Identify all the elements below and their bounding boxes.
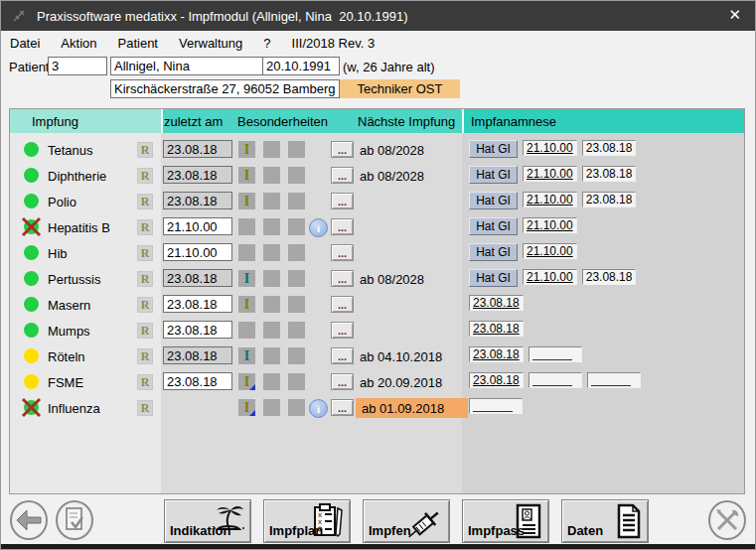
- besonderheit-square-1[interactable]: I: [238, 167, 255, 184]
- besonderheit-square-1[interactable]: [238, 218, 255, 235]
- anamnese-date-field[interactable]: 23.08.18: [582, 140, 637, 156]
- last-date-field[interactable]: [163, 192, 232, 209]
- besonderheit-square-3[interactable]: [288, 244, 305, 261]
- menu-patient[interactable]: Patient: [118, 36, 158, 51]
- impfpass-button[interactable]: Impfpass: [462, 499, 549, 543]
- recommendation-button[interactable]: R: [137, 168, 153, 184]
- menu-help[interactable]: ?: [263, 36, 270, 51]
- info-icon[interactable]: i: [309, 399, 328, 418]
- besonderheit-square-3[interactable]: [288, 218, 305, 235]
- besonderheit-square-1[interactable]: [238, 322, 255, 339]
- hat-gi-button[interactable]: Hat GI: [469, 269, 518, 287]
- besonderheit-square-3[interactable]: [288, 193, 305, 209]
- patient-name-field[interactable]: [110, 57, 263, 75]
- anamnese-date-field[interactable]: 23.08.18: [582, 269, 637, 285]
- besonderheit-square-1[interactable]: I: [238, 373, 255, 390]
- menu-datei[interactable]: Datei: [10, 36, 40, 51]
- besonderheit-square-1[interactable]: I: [238, 141, 255, 158]
- recommendation-button[interactable]: R: [137, 323, 153, 339]
- recommendation-button[interactable]: R: [137, 400, 153, 416]
- besonderheit-square-1[interactable]: [238, 244, 255, 261]
- anamnese-date-field[interactable]: 21.10.00: [523, 140, 577, 156]
- hat-gi-button[interactable]: Hat GI: [469, 243, 518, 261]
- besonderheit-square-1[interactable]: I: [238, 296, 255, 313]
- recommendation-button[interactable]: R: [137, 348, 153, 364]
- patient-birthdate-field[interactable]: [262, 57, 340, 75]
- more-button[interactable]: ...: [331, 218, 354, 235]
- recommendation-button[interactable]: R: [137, 245, 153, 261]
- anamnese-date-field[interactable]: [469, 398, 523, 414]
- daten-button[interactable]: Daten: [561, 499, 649, 543]
- anamnese-date-field[interactable]: [529, 346, 582, 362]
- more-button[interactable]: ...: [331, 270, 354, 287]
- document-check-button[interactable]: [56, 500, 93, 540]
- anamnese-date-field[interactable]: [587, 372, 641, 388]
- last-date-field[interactable]: [163, 166, 232, 184]
- hat-gi-button[interactable]: Hat GI: [469, 217, 518, 235]
- besonderheit-square-3[interactable]: [288, 373, 305, 390]
- besonderheit-square-1[interactable]: I: [238, 347, 255, 364]
- last-date-field[interactable]: [163, 217, 232, 235]
- anamnese-date-field[interactable]: 21.10.00: [523, 192, 577, 207]
- besonderheit-square-1[interactable]: I: [238, 193, 255, 209]
- besonderheit-square-2[interactable]: [263, 218, 280, 235]
- besonderheit-square-1[interactable]: I: [238, 399, 255, 416]
- more-button[interactable]: ...: [331, 193, 354, 209]
- last-date-field[interactable]: [163, 346, 232, 364]
- recommendation-button[interactable]: R: [137, 219, 153, 235]
- more-button[interactable]: ...: [331, 399, 354, 416]
- patient-id-field[interactable]: [48, 57, 107, 75]
- besonderheit-square-3[interactable]: [288, 399, 305, 416]
- recommendation-button[interactable]: R: [137, 374, 153, 390]
- besonderheit-square-2[interactable]: [263, 141, 280, 158]
- hat-gi-button[interactable]: Hat GI: [469, 192, 518, 209]
- anamnese-date-field[interactable]: 21.10.00: [523, 166, 577, 182]
- besonderheit-square-3[interactable]: [288, 167, 305, 184]
- besonderheit-square-1[interactable]: I: [238, 270, 255, 287]
- anamnese-date-field[interactable]: 21.10.00: [523, 269, 577, 285]
- tools-button[interactable]: [708, 500, 746, 540]
- last-date-field[interactable]: [163, 269, 232, 287]
- more-button[interactable]: ...: [331, 296, 354, 313]
- indikation-button[interactable]: Indikation: [164, 499, 251, 543]
- more-button[interactable]: ...: [331, 347, 354, 364]
- back-button[interactable]: [10, 500, 48, 540]
- hat-gi-button[interactable]: Hat GI: [469, 140, 518, 158]
- besonderheit-square-2[interactable]: [263, 399, 280, 416]
- besonderheit-square-2[interactable]: [263, 347, 280, 364]
- besonderheit-square-2[interactable]: [263, 373, 280, 390]
- besonderheit-square-2[interactable]: [263, 296, 280, 313]
- more-button[interactable]: ...: [331, 322, 354, 339]
- impfen-button[interactable]: Impfen: [363, 499, 450, 543]
- more-button[interactable]: ...: [331, 167, 354, 184]
- anamnese-date-field[interactable]: 23.08.18: [469, 321, 524, 337]
- hat-gi-button[interactable]: Hat GI: [469, 166, 518, 184]
- anamnese-date-field[interactable]: 21.10.00: [523, 217, 577, 233]
- more-button[interactable]: ...: [331, 141, 354, 158]
- last-date-field[interactable]: [163, 321, 232, 339]
- besonderheit-square-3[interactable]: [288, 322, 305, 339]
- menu-verwaltung[interactable]: Verwaltung: [179, 36, 242, 51]
- besonderheit-square-2[interactable]: [263, 193, 280, 209]
- info-icon[interactable]: i: [309, 218, 328, 237]
- last-date-field[interactable]: [163, 372, 232, 390]
- besonderheit-square-2[interactable]: [263, 322, 280, 339]
- recommendation-button[interactable]: R: [137, 194, 153, 209]
- anamnese-date-field[interactable]: 23.08.18: [469, 295, 524, 311]
- besonderheit-square-2[interactable]: [263, 167, 280, 184]
- besonderheit-square-2[interactable]: [263, 270, 280, 287]
- more-button[interactable]: ...: [331, 373, 354, 390]
- anamnese-date-field[interactable]: 23.08.18: [582, 166, 637, 182]
- close-icon[interactable]: ✕: [728, 6, 741, 24]
- besonderheit-square-3[interactable]: [288, 296, 305, 313]
- patient-address-field[interactable]: [110, 79, 340, 98]
- anamnese-date-field[interactable]: 21.10.00: [523, 243, 577, 259]
- anamnese-date-field[interactable]: 23.08.18: [582, 192, 637, 207]
- anamnese-date-field[interactable]: 23.08.18: [469, 372, 524, 388]
- anamnese-date-field[interactable]: [529, 372, 582, 388]
- recommendation-button[interactable]: R: [137, 271, 153, 287]
- besonderheit-square-2[interactable]: [263, 244, 280, 261]
- recommendation-button[interactable]: R: [137, 297, 153, 313]
- menu-aktion[interactable]: Aktion: [61, 36, 96, 51]
- impfplan-button[interactable]: x x Impfplan: [263, 499, 351, 543]
